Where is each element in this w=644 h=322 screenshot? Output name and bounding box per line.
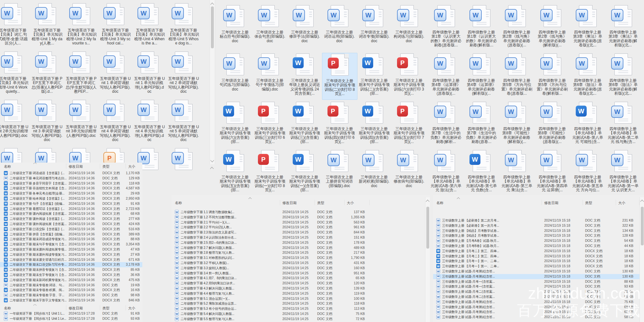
- file-row[interactable]: W二年级数学下册 2.7 解决问题(人教版...2024/11/19 14:25…: [172, 245, 430, 251]
- file-row[interactable]: W二年级语文下册 拼音【含答案】(统编...2024/11/19 14:36DO…: [0, 232, 142, 237]
- file-row[interactable]: W二年级语文下册 期末新词积累专项复习...2024/11/19 14:36DO…: [0, 278, 142, 283]
- file-row[interactable]: W二年级语文下册 期末课外阅读拓展专项...2024/11/19 14:36DO…: [0, 247, 142, 252]
- column-header-type[interactable]: 类型: [585, 201, 592, 205]
- file-item[interactable]: W: [166, 147, 201, 194]
- file-item[interactable]: W四年级数学上册 第5章《方向与位置》单元测评必刷卷(原卷版...: [499, 53, 535, 99]
- file-row[interactable]: W二年级数学下册 5.1 混合运算(一)(...2024/11/19 14:25…: [172, 296, 430, 301]
- file-row[interactable]: W三年级数学上册 【月考二】第三、四单...2024/11/19 15:18DO…: [433, 249, 644, 254]
- file-item[interactable]: W三年级语文上册 句式练习(部编版).doc: [218, 53, 252, 99]
- file-item[interactable]: W四年级数学上册 第5章《方向与位置》单元测评必刷卷(解析版...: [535, 53, 570, 99]
- file-row[interactable]: W二年级语文下册 口语交际【含答案】(...2024/11/19 14:36DO…: [0, 227, 142, 232]
- file-row[interactable]: W二年级数学下册 1.1 调查与数据收集(...2024/11/19 14:25…: [172, 210, 430, 215]
- file-row[interactable]: W二年级语文下册 单元词语整理与考点归...2024/11/19 14:36DO…: [0, 176, 142, 181]
- file-row[interactable]: W二年级数学下册 4.3 解决问题(人教版...2024/11/19 14:25…: [172, 286, 430, 291]
- file-row[interactable]: W二年级语文下册 多音字同音字【含答案...2024/11/19 14:36DO…: [0, 181, 142, 186]
- file-row[interactable]: W二年级语文下册 各单元考点梳理(全册...2024/11/19 14:36DO…: [0, 191, 142, 196]
- file-item[interactable]: W四年级数学上册 【单元AB卷】单元测试A卷-第七单元 负数(含...: [464, 149, 499, 196]
- file-item[interactable]: W三年级语文上册 词语专项(部编版).doc: [357, 5, 392, 51]
- scroll-up-icon[interactable]: [641, 198, 643, 204]
- file-item[interactable]: P三年级语文上册 期末句子训练专项训练(六)(供打印 3页)(...: [392, 53, 426, 99]
- file-item[interactable]: W四年级数学上册 【单元AB卷】单元测试A卷-第一单元 认识更大...: [605, 149, 641, 196]
- file-row[interactable]: W二年级数学下册 3.3 旋转(人教版)...2024/11/19 14:25D…: [172, 266, 430, 271]
- file-item[interactable]: W四年级数学上册 第6章《除法》单元测评必刷卷(原卷版)(北...: [570, 53, 605, 99]
- file-row[interactable]: W三年级数学上册 【月考二】第三、四单...2024/11/19 15:18DO…: [433, 254, 644, 259]
- file-row[interactable]: W二年级语文下册 期末口语交际与写作专...2024/11/19 14:36DO…: [0, 262, 142, 267]
- file-row[interactable]: W二年级语文下册 课外阅读【含答案】(...2024/11/19 14:36DO…: [0, 216, 142, 222]
- file-item[interactable]: W四年级数学上册 第4章《运算律》单元测评必刷卷(解析版)(...: [464, 53, 499, 99]
- file-item[interactable]: W四年级数学上册 【单元AB卷】单元测试A卷-第六单元 除法(含...: [428, 149, 464, 196]
- file-item[interactable]: W五年级英语下册 Unit 1 单元知识梳理(人教PEP版).doc: [132, 51, 166, 97]
- file-row[interactable]: W二年级语文下册 绘本阅读【含答案】(...2024/11/19 14:36DO…: [0, 196, 142, 201]
- file-item[interactable]: W三年级语文上册 年级上册反义词近义词专项训练 24页含答案(...: [287, 53, 322, 99]
- file-item[interactable]: W四年级数学上册 【单元AB卷】单元测试A卷-第八单元 可能性(含...: [570, 101, 605, 147]
- file-item[interactable]: W四年级数学上册 第3章《乘法》单元测评必刷卷(原卷版)(北...: [570, 5, 605, 51]
- column-header-size[interactable]: 大小: [128, 164, 135, 169]
- scroll-up-icon[interactable]: [426, 198, 429, 204]
- file-item[interactable]: W五年级英语下册 Unit 1 单词背诵默写纸(人教PEP版).doc: [98, 51, 132, 97]
- file-item[interactable]: W五年级英语下册 Unit 4 单元知识梳理(人教PEP版).doc: [132, 99, 166, 146]
- scrollbar[interactable]: [210, 0, 215, 164]
- file-row[interactable]: W二年级语文下册 期末课文背诵与日积月...2024/11/19 14:36DO…: [0, 257, 142, 262]
- file-item[interactable]: W三年级语文上册 构词练习(部编版).doc: [392, 5, 426, 51]
- file-item[interactable]: W四年级数学上册 【单元AB卷】单元测试A卷-第二单元 线与角(含...: [605, 101, 641, 147]
- file-row[interactable]: W三年级数学上册 【月考A卷】试题-秋月...2024/11/19 15:18D…: [433, 238, 644, 243]
- file-item[interactable]: W四年级数学上册 第6章《除法》单元测评必刷卷(解析版)(北...: [605, 53, 641, 99]
- file-item[interactable]: W五年级英语下册 【完美】单元知识梳理-Unit 2 My favourite …: [64, 3, 98, 49]
- file-item[interactable]: W五年级英语下册 Unit 3单元知识梳理(人教PEP版).doc: [64, 99, 98, 146]
- file-row[interactable]: W一年级英语下册 【同步练习】Unit 1 Le...2024/11/19 17…: [0, 316, 142, 321]
- column-header-date[interactable]: 修改日期: [282, 201, 297, 205]
- file-item[interactable]: W五年级英语下册 Unit 4 单词背诵默写纸(人教PEP版).doc: [98, 99, 132, 146]
- column-header-name[interactable]: 名称: [4, 164, 11, 169]
- column-header-type[interactable]: 类型: [102, 306, 109, 311]
- file-item[interactable]: W四年级数学上册 第8章《可能性》单元测评必刷卷(原卷版)(...: [535, 101, 570, 147]
- file-item[interactable]: W三年级语文上册 修改病句(部编版).doc: [392, 149, 426, 196]
- file-item[interactable]: W三年级语文上册 期末句子训练专项训练(一)(含答案)(部...: [287, 149, 322, 196]
- file-item[interactable]: W三年级语文上册 期末句子训练专项训练(五)(含答案)(部...: [218, 149, 252, 196]
- file-row[interactable]: W二年级语文下册 期末专项卷:词语、句...2024/11/19 14:36DO…: [0, 283, 142, 288]
- file-item[interactable]: P三年级语文上册 期末句子训练专项训练(三)(供打印 6页)(...: [252, 101, 287, 147]
- file-item[interactable]: W四年级数学上册 第2章《线与角》单元测评必刷卷(原卷版)(...: [499, 5, 535, 51]
- file-item[interactable]: W四年级数学上册 第2章《线与角》单元测评必刷卷(解析版)(...: [535, 5, 570, 51]
- file-item[interactable]: W三年级语文上册 期末句子训练专项训练(二)(含答案)(部...: [357, 53, 392, 99]
- file-row[interactable]: W二年级数学下册 5.5 整理与复习(人教...2024/11/19 14:25…: [172, 317, 430, 322]
- file-row[interactable]: W二年级数学下册 4.4 整理与复习(人教...2024/11/19 14:25…: [172, 291, 430, 296]
- file-item[interactable]: W四年级数学上册 第8章《可能性》单元测评必刷卷(解析版)(...: [499, 101, 535, 147]
- file-item[interactable]: P三年级语文上册 期末句子训练专项训练(四)(供打印 6页)(...: [322, 101, 357, 147]
- file-item[interactable]: W四年级数学上册 第7章《生活中的负数》单元测评必刷卷(解析...: [428, 101, 464, 147]
- file-item[interactable]: W三年级语文上册 上册拼音写词语(部编版).doc: [322, 149, 357, 196]
- file-item[interactable]: W三年级语文上册 新词积累(部编版).doc: [357, 149, 392, 196]
- scrollbar-thumb[interactable]: [426, 207, 429, 249]
- file-item[interactable]: W四年级数学上册 第7章《生活中的负数》单元测评必刷卷(原卷...: [464, 101, 499, 147]
- file-row[interactable]: W三年级数学上册 【月考B卷】试题-秋月...2024/11/19 15:18D…: [433, 243, 644, 249]
- file-row[interactable]: W二年级数学下册 2.4 认识除法各部分名...2024/11/19 14:25…: [172, 235, 430, 240]
- file-row[interactable]: W三年级数学上册 【精品】月考数学试卷...2024/11/19 15:18DO…: [433, 228, 644, 233]
- file-item[interactable]: W四年级数学上册 【单元AB卷】单元测试A卷-第五单元 方向与位...: [570, 149, 605, 196]
- file-item[interactable]: W三年级语文上册 体会句意(部编版).doc: [252, 5, 287, 51]
- file-item[interactable]: W五年级英语下册 Unit 2单元知识梳理(人教PEP版).doc: [0, 99, 30, 146]
- file-row[interactable]: W二年级数学下册 4.1 用7、8的乘法口诀...2024/11/19 14:2…: [172, 276, 430, 281]
- file-row[interactable]: W二年级语文下册 期末课外阅读专项复习...2024/11/19 14:36DO…: [0, 252, 142, 257]
- file-row[interactable]: W二年级语文下册 看图写话【含答案】(...2024/11/19 14:36DO…: [0, 206, 142, 212]
- file-item[interactable]: W五年级英语下册 Unit 2 单词背诵默写纸(人教PEP版).doc: [166, 51, 201, 97]
- file-row[interactable]: W二年级语文下册 期末生字专项复习【含...2024/11/19 14:36DO…: [0, 272, 142, 278]
- scrollbar-thumb[interactable]: [641, 207, 644, 245]
- file-row[interactable]: W三年级数学上册 【必刷卷】第二次月考...2024/11/19 15:18DO…: [433, 218, 644, 223]
- file-item[interactable]: W四年级数学上册 第1章《认识更大的数》单元测评必刷卷(原卷版...: [428, 5, 464, 51]
- file-item[interactable]: W四年级数学上册 第4章《运算律》单元测评必刷卷(原卷版)(...: [428, 53, 464, 99]
- column-header-size[interactable]: 大小: [128, 306, 135, 311]
- file-row[interactable]: W二年级语文下册 期末字形字义专项复习...2024/11/19 14:36DO…: [0, 298, 142, 303]
- file-row[interactable]: W二年级数学下册 1.2 不同方法整理数据...2024/11/19 14:25…: [172, 215, 430, 220]
- file-row[interactable]: W三年级数学上册 试题-月考一(含答案...2024/11/19 15:18DO…: [433, 279, 644, 284]
- file-row[interactable]: W二年级语文下册 词语成语【含答案】(...2024/11/19 14:36DO…: [0, 171, 142, 176]
- scrollbar[interactable]: [425, 197, 430, 322]
- file-row[interactable]: W二年级数学下册 3.4 剪一剪(人教版...2024/11/19 14:25D…: [172, 271, 430, 276]
- column-header-date[interactable]: 修改日期: [69, 306, 83, 311]
- file-row[interactable]: W二年级语文下册 期末专项卷:字音、字...2024/11/19 14:36DO…: [0, 293, 142, 298]
- column-header-size[interactable]: 大小: [618, 201, 625, 205]
- scroll-up-icon[interactable]: [211, 166, 213, 171]
- column-header-type[interactable]: 类型: [102, 164, 109, 169]
- file-item[interactable]: P三年级语文上册 期末句子训练专项训练(五)(供打印 7页)(...: [392, 101, 426, 147]
- file-row[interactable]: W二年级数学下册 2.1 平均分(一)(人...2024/11/19 14:25…: [172, 220, 430, 225]
- file-item[interactable]: P三年级语文上册 期末句子训练专项训练(一)(供打印 8页)(...: [252, 149, 287, 196]
- file-row[interactable]: W二年级数学下册 3.1 对称图形的认识(...2024/11/19 14:25…: [172, 255, 430, 260]
